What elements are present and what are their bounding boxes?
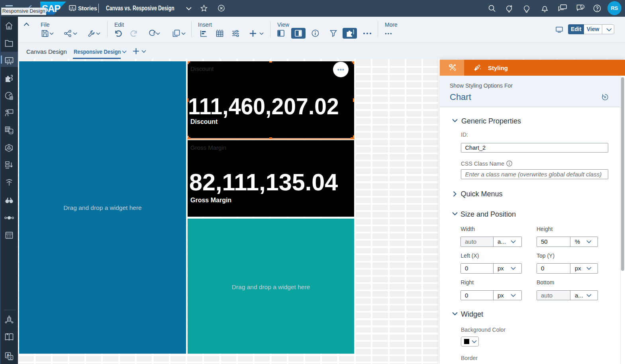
svg-text:文: 文 [9, 356, 12, 360]
